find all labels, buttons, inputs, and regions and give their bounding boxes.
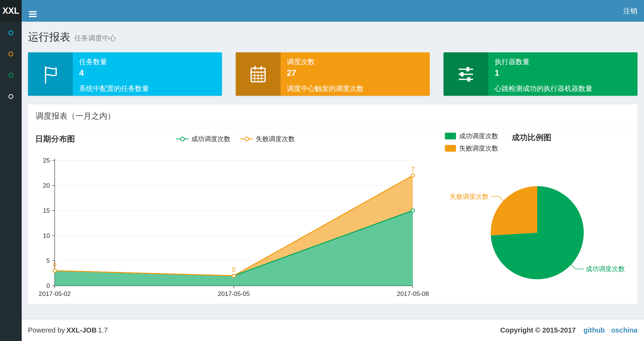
pie-chart: 成功调度次数失败调度次数 — [445, 156, 638, 286]
svg-text:0: 0 — [232, 266, 236, 273]
date-distribution-chart: 日期分布图 成功调度次数失败调度次数 05101520252017-05-022… — [35, 132, 435, 303]
sliders-icon — [444, 52, 488, 96]
info-box-row: 任务数量 4 系统中配置的任务数量 — [22, 44, 644, 96]
info-box-tasks: 任务数量 4 系统中配置的任务数量 — [28, 52, 222, 96]
info-box-label: 执行器数量 — [494, 57, 631, 67]
svg-text:2017-05-02: 2017-05-02 — [39, 290, 71, 297]
oschina-link[interactable]: oschina — [611, 326, 638, 334]
info-box-number: 1 — [494, 68, 631, 78]
info-box-label: 调度次数 — [287, 57, 424, 67]
copyright-text: Copyright © 2015-2017 — [500, 326, 576, 334]
copyright: Copyright © 2015-2017 github oschina — [499, 326, 638, 334]
svg-text:0: 0 — [53, 261, 56, 268]
legend-item[interactable]: 失败调度次数 — [445, 144, 498, 153]
calendar-icon — [236, 52, 280, 96]
info-box-number: 4 — [79, 68, 216, 78]
svg-text:10: 10 — [43, 232, 50, 239]
main-content: 运行报表 任务调度中心 任务数量 4 系统中配置的任务数量 — [22, 22, 644, 319]
circle-icon — [8, 30, 13, 35]
svg-text:15: 15 — [43, 207, 50, 214]
sidebar-item-job-manage[interactable] — [0, 44, 22, 65]
line-chart: 05101520252017-05-022017-05-052017-05-08… — [35, 146, 435, 302]
product-name: XXL-JOB — [66, 326, 97, 334]
svg-text:成功调度次数: 成功调度次数 — [586, 265, 625, 272]
info-box-number: 27 — [287, 68, 424, 78]
legend-item[interactable]: 失败调度次数 — [240, 135, 295, 143]
sidebar-toggle-button[interactable] — [22, 0, 44, 22]
circle-icon — [8, 52, 13, 57]
page-subtitle: 任务调度中心 — [74, 34, 116, 43]
powered-by: Powered byXXL-JOB1.7 — [28, 326, 108, 334]
svg-text:失败调度次数: 失败调度次数 — [450, 193, 489, 200]
svg-text:5: 5 — [46, 257, 50, 264]
flag-icon — [28, 52, 73, 96]
panel-title: 调度报表（一月之内） — [28, 104, 638, 128]
info-box-description: 系统中配置的任务数量 — [79, 84, 216, 94]
info-box-description: 心跳检测成功的执行器机器数量 — [494, 84, 631, 94]
footer: Powered byXXL-JOB1.7 Copyright © 2015-20… — [22, 319, 644, 341]
hamburger-icon — [29, 11, 37, 12]
sidebar-item-dashboard[interactable] — [0, 22, 22, 44]
sidebar-item-executor-manage[interactable] — [0, 86, 22, 107]
svg-text:20: 20 — [43, 182, 50, 189]
svg-text:2017-05-05: 2017-05-05 — [218, 290, 250, 297]
page-title-text: 运行报表 — [28, 30, 70, 44]
svg-text:0: 0 — [46, 282, 50, 289]
legend-item[interactable]: 成功调度次数 — [445, 132, 498, 140]
circle-icon — [8, 94, 13, 99]
info-box-executors: 执行器数量 1 心跳检测成功的执行器机器数量 — [444, 52, 638, 96]
sidebar — [0, 22, 22, 341]
legend-item[interactable]: 成功调度次数 — [176, 135, 230, 143]
github-link[interactable]: github — [584, 326, 605, 334]
info-box-label: 任务数量 — [79, 57, 216, 67]
line-chart-legend: 成功调度次数失败调度次数 — [35, 135, 435, 143]
page-title: 运行报表 任务调度中心 — [28, 30, 638, 44]
schedule-report-panel: 调度报表（一月之内） 日期分布图 成功调度次数失败调度次数 0510152025… — [28, 104, 638, 304]
app-logo[interactable]: XXL — [0, 0, 22, 22]
logout-link[interactable]: 注销 — [616, 0, 644, 22]
circle-icon — [8, 73, 13, 78]
svg-text:7: 7 — [411, 166, 414, 173]
pie-chart-title: 成功比例图 — [512, 132, 552, 143]
info-box-triggers: 调度次数 27 调度中心触发的调度次数 — [236, 52, 430, 96]
svg-text:25: 25 — [43, 157, 50, 164]
success-ratio-chart: 成功调度次数失败调度次数 成功比例图 成功调度次数失败调度次数 — [445, 132, 638, 303]
product-version: 1.7 — [98, 326, 108, 334]
svg-text:2017-05-08: 2017-05-08 — [397, 290, 429, 297]
pie-chart-legend: 成功调度次数失败调度次数 — [445, 132, 498, 153]
info-box-description: 调度中心触发的调度次数 — [287, 84, 424, 94]
sidebar-item-job-log[interactable] — [0, 65, 22, 86]
top-navbar: XXL 注销 — [0, 0, 644, 22]
content-header: 运行报表 任务调度中心 — [22, 22, 644, 44]
